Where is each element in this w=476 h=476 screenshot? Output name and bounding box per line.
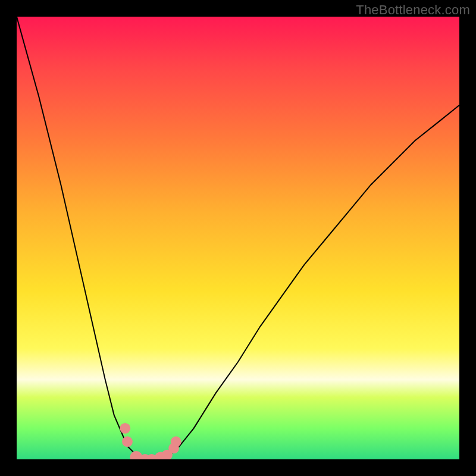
data-marker [171, 436, 181, 447]
data-markers [120, 423, 181, 459]
data-marker [120, 423, 130, 434]
bottleneck-curve-svg [17, 17, 459, 459]
data-marker [122, 436, 133, 447]
bottleneck-curve-line [17, 17, 459, 459]
plot-frame [17, 17, 459, 459]
watermark-text: TheBottleneck.com [356, 2, 470, 18]
